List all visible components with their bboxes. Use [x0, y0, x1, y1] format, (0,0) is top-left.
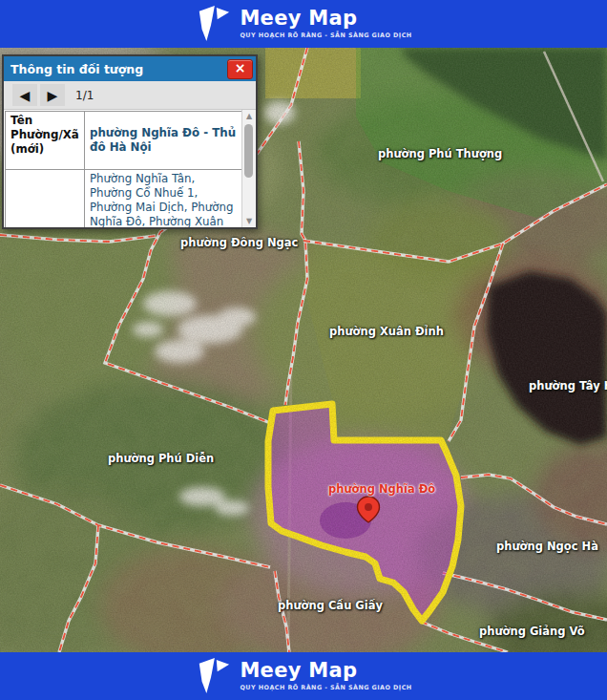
- meey-map-logo[interactable]: Meey Map QUY HOẠCH RÕ RÀNG - SẴN SÀNG GI…: [195, 5, 411, 43]
- brand-name: Meey Map: [240, 9, 411, 29]
- scroll-down-icon[interactable]: ▼: [242, 215, 256, 227]
- close-button[interactable]: ×: [227, 59, 253, 79]
- vertical-scrollbar[interactable]: ▲ ▼: [241, 110, 256, 227]
- footer-bar: Meey Map QUY HOẠCH RÕ RÀNG - SẴN SÀNG GI…: [0, 652, 607, 700]
- meey-map-app: phường Phú Thượng phường Đông Ngạc phườn…: [0, 0, 607, 700]
- brand-tagline: QUY HOẠCH RÕ RÀNG - SẴN SÀNG GIAO DỊCH: [240, 685, 411, 690]
- row-value: phường Nghĩa Đô - Thủ đô Hà Nội: [85, 112, 246, 170]
- page-indicator: 1/1: [75, 89, 94, 102]
- meey-map-logo-icon: [195, 657, 231, 695]
- scroll-up-icon[interactable]: ▲: [242, 110, 256, 122]
- row-value: Phường Nghĩa Tân, Phường Cổ Nhuế 1, Phườ…: [85, 170, 246, 228]
- popup-titlebar[interactable]: Thông tin đối tượng ×: [4, 56, 256, 81]
- popup-table-area: Tên Phường/Xã (mới) phường Nghĩa Đô - Th…: [4, 110, 256, 227]
- meey-map-logo-footer[interactable]: Meey Map QUY HOẠCH RÕ RÀNG - SẴN SÀNG GI…: [195, 657, 411, 695]
- info-popup: Thông tin đối tượng × ◀ ▶ 1/1 Tên Phường…: [2, 54, 258, 229]
- next-page-button[interactable]: ▶: [40, 84, 65, 106]
- row-label: Sáp nhập: [6, 170, 85, 228]
- popup-title: Thông tin đối tượng: [10, 62, 143, 76]
- scrollbar-thumb[interactable]: [244, 124, 253, 178]
- meey-map-logo-icon: [195, 5, 231, 43]
- table-row: Sáp nhập Phường Nghĩa Tân, Phường Cổ Nhu…: [6, 170, 246, 228]
- prev-page-button[interactable]: ◀: [12, 84, 37, 106]
- table-row: Tên Phường/Xã (mới) phường Nghĩa Đô - Th…: [6, 112, 246, 170]
- brand-name: Meey Map: [240, 661, 411, 681]
- attribute-table: Tên Phường/Xã (mới) phường Nghĩa Đô - Th…: [5, 111, 246, 227]
- brand-tagline: QUY HOẠCH RÕ RÀNG - SẴN SÀNG GIAO DỊCH: [240, 32, 411, 38]
- popup-pagination-bar: ◀ ▶ 1/1: [4, 81, 256, 110]
- header-bar: Meey Map QUY HOẠCH RÕ RÀNG - SẴN SÀNG GI…: [0, 0, 607, 48]
- row-label: Tên Phường/Xã (mới): [6, 112, 85, 170]
